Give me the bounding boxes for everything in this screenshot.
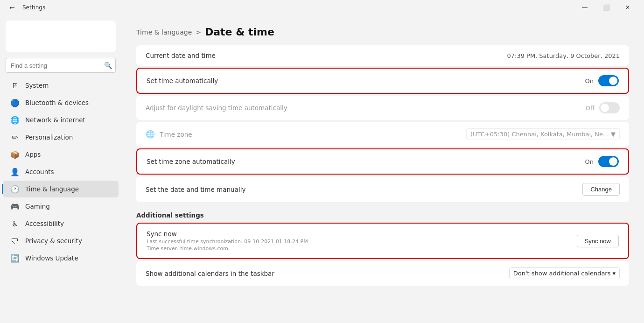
sidebar-item-label-personalization: Personalization [25, 133, 73, 141]
back-arrow[interactable]: ← [6, 1, 19, 14]
set-time-auto-toggle[interactable] [598, 75, 619, 86]
user-card [6, 21, 116, 52]
titlebar-controls: — ⬜ ✕ [574, 0, 638, 15]
bluetooth-icon: 🔵 [10, 98, 20, 107]
network-icon: 🌐 [10, 115, 20, 125]
personalization-icon: ✏️ [10, 133, 20, 142]
sidebar-item-label-accounts: Accounts [25, 168, 54, 176]
titlebar-left: ← Settings [6, 1, 45, 14]
calendar-chevron-icon: ▾ [612, 270, 616, 277]
set-timezone-auto-state: On [585, 158, 594, 165]
calendar-row: Show additional calendars in the taskbar… [136, 261, 629, 286]
timezone-value: (UTC+05:30) Chennai, Kolkata, Mumbai, Ne… [470, 131, 609, 138]
search-input[interactable] [6, 58, 116, 73]
set-time-auto-row: Set time automatically On [137, 69, 628, 93]
current-date-row: Current date and time 07:39 PM, Saturday… [136, 45, 629, 66]
search-icon: 🔍 [104, 62, 112, 69]
sidebar-item-accounts[interactable]: 👤Accounts [3, 163, 119, 180]
sidebar-item-bluetooth[interactable]: 🔵Bluetooth & devices [3, 94, 119, 111]
globe-icon: 🌐 [146, 130, 155, 139]
sidebar-item-personalization[interactable]: ✏️Personalization [3, 129, 119, 146]
timezone-chevron-icon: ▼ [611, 131, 616, 138]
sidebar-item-label-network: Network & internet [25, 116, 85, 124]
sync-row: Sync now Last successful time synchroniz… [137, 224, 628, 258]
sidebar-item-network[interactable]: 🌐Network & internet [3, 112, 119, 128]
sidebar-item-label-gaming: Gaming [25, 203, 50, 210]
sidebar-item-label-windows-update: Windows Update [25, 254, 78, 262]
daylight-toggle[interactable] [599, 102, 620, 113]
toggle-knob-tz [609, 157, 617, 166]
timezone-label: Time zone [160, 131, 192, 138]
sync-server: Time server: time.windows.com [147, 246, 308, 252]
sync-card: Sync now Last successful time synchroniz… [136, 223, 629, 259]
minimize-button[interactable]: — [574, 0, 595, 15]
daylight-label: Adjust for daylight saving time automati… [146, 104, 287, 112]
accounts-icon: 👤 [10, 167, 20, 176]
accessibility-icon: ♿ [10, 219, 20, 228]
sidebar-item-label-time-language: Time & language [25, 185, 79, 193]
daylight-right: Off [586, 102, 620, 113]
timezone-label-group: 🌐 Time zone [146, 130, 192, 139]
set-timezone-auto-row: Set time zone automatically On [137, 149, 628, 174]
sidebar-item-time-language[interactable]: 🕐Time & language [3, 181, 119, 197]
sidebar-item-apps[interactable]: 📦Apps [3, 146, 119, 163]
sidebar-item-accessibility[interactable]: ♿Accessibility [3, 215, 119, 232]
sync-info: Sync now Last successful time synchroniz… [147, 230, 308, 252]
sidebar: 🔍 🖥System🔵Bluetooth & devices🌐Network & … [0, 15, 121, 323]
close-button[interactable]: ✕ [617, 0, 638, 15]
sync-title: Sync now [147, 230, 308, 238]
sidebar-item-label-bluetooth: Bluetooth & devices [25, 99, 89, 106]
sidebar-item-gaming[interactable]: 🎮Gaming [3, 198, 119, 215]
set-timezone-auto-toggle[interactable] [598, 156, 619, 167]
sync-last: Last successful time synchronization: 09… [147, 239, 308, 245]
current-date-label: Current date and time [146, 52, 216, 59]
breadcrumb-sep: > [196, 28, 201, 36]
current-date-value: 07:39 PM, Saturday, 9 October, 2021 [507, 52, 620, 59]
calendar-value: Don't show additional calendars [513, 270, 611, 277]
change-button[interactable]: Change [582, 183, 620, 196]
apps-icon: 📦 [10, 150, 20, 159]
additional-settings-header: Additional settings [136, 204, 629, 223]
timezone-dropdown[interactable]: (UTC+05:30) Chennai, Kolkata, Mumbai, Ne… [466, 128, 620, 140]
calendar-dropdown[interactable]: Don't show additional calendars ▾ [509, 267, 620, 279]
timezone-row: 🌐 Time zone (UTC+05:30) Chennai, Kolkata… [136, 122, 629, 147]
set-timezone-auto-card: Set time zone automatically On [136, 148, 629, 175]
app-body: 🔍 🖥System🔵Bluetooth & devices🌐Network & … [0, 15, 644, 323]
sidebar-item-label-accessibility: Accessibility [25, 220, 64, 227]
sidebar-item-privacy-security[interactable]: 🛡Privacy & security [3, 232, 119, 249]
daylight-card: Adjust for daylight saving time automati… [136, 96, 629, 120]
gaming-icon: 🎮 [10, 202, 20, 211]
time-language-icon: 🕐 [10, 184, 20, 194]
sidebar-item-label-privacy-security: Privacy & security [25, 237, 82, 245]
set-timezone-auto-label: Set time zone automatically [147, 158, 235, 165]
titlebar: ← Settings — ⬜ ✕ [0, 0, 644, 15]
daylight-row: Adjust for daylight saving time automati… [136, 96, 629, 120]
titlebar-title: Settings [22, 4, 45, 11]
set-time-auto-label: Set time automatically [147, 77, 218, 84]
sidebar-item-windows-update[interactable]: 🔄Windows Update [3, 250, 119, 267]
set-timezone-auto-right: On [585, 156, 619, 167]
breadcrumb-parent[interactable]: Time & language [136, 28, 192, 36]
sidebar-nav: 🖥System🔵Bluetooth & devices🌐Network & in… [0, 77, 121, 267]
toggle-knob [609, 77, 617, 85]
maximize-button[interactable]: ⬜ [595, 0, 617, 15]
daylight-state: Off [586, 105, 595, 112]
sync-now-button[interactable]: Sync now [577, 235, 619, 247]
timezone-card: 🌐 Time zone (UTC+05:30) Chennai, Kolkata… [136, 122, 629, 147]
sidebar-item-label-apps: Apps [25, 151, 41, 158]
sidebar-search-container: 🔍 [6, 58, 116, 73]
system-icon: 🖥 [10, 81, 20, 90]
breadcrumb: Time & language > Date & time [136, 26, 629, 38]
manual-date-label: Set the date and time manually [146, 186, 245, 193]
privacy-security-icon: 🛡 [10, 236, 20, 246]
calendar-label: Show additional calendars in the taskbar [146, 270, 274, 277]
manual-date-card: Set the date and time manually Change [136, 176, 629, 202]
windows-update-icon: 🔄 [10, 253, 20, 263]
page-title: Date & time [205, 26, 274, 38]
set-time-auto-right: On [585, 75, 619, 86]
toggle-knob-daylight [601, 104, 609, 112]
main-content: Time & language > Date & time Current da… [121, 15, 644, 323]
set-time-auto-card: Set time automatically On [136, 68, 629, 94]
set-time-auto-state: On [585, 77, 594, 84]
sidebar-item-system[interactable]: 🖥System [3, 77, 119, 94]
